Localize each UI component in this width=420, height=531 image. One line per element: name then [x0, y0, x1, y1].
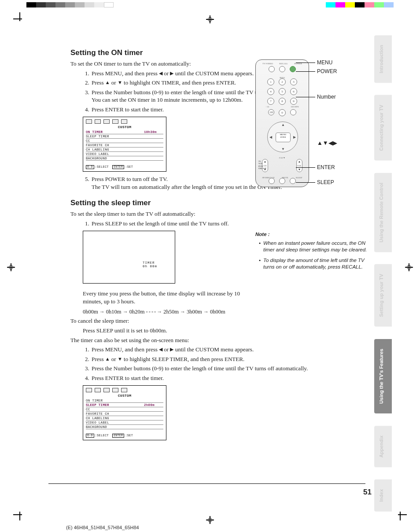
- page-number: 51: [363, 488, 372, 497]
- note-1: When an instant power failure occurs, th…: [259, 240, 370, 254]
- callout-number: Number: [317, 94, 336, 100]
- note-2: To display the amount of time left until…: [259, 257, 370, 271]
- remote-diagram: TV/VIDEO RECALL POWER INFO 123 456 789 +…: [255, 59, 370, 192]
- osm-step-3: Press the Number buttons (0-9) to enter …: [91, 365, 352, 372]
- tab-remote: Using the Remote Control: [374, 173, 392, 252]
- tab-connecting: Connecting your TV: [374, 95, 392, 161]
- tab-index: Index: [374, 479, 392, 512]
- osd1-title: CUSTOM: [83, 125, 166, 130]
- sleep-button-icon: [290, 178, 296, 184]
- callout-enter: ENTER: [317, 164, 335, 170]
- osm-step-2: Press ▲ or ▼ to highlight SLEEP TIMER, a…: [91, 355, 352, 363]
- osm-step-4: Press ENTER to start the timer.: [91, 374, 352, 382]
- heading-on-timer: Setting the ON timer: [70, 48, 352, 57]
- osd-on-timer: CUSTOM ON TIMER10h30m SLEEP TIMER CC FAV…: [83, 117, 166, 172]
- sleep-sequence: 0h00m → 0h10m → 0h20m ----→ 2h50m → 3h00…: [83, 308, 352, 316]
- note-block: Note : When an instant power failure occ…: [255, 231, 370, 271]
- osd-sleep-timer: CUSTOM ON TIMER SLEEP TIMER2h00m CC FAVO…: [83, 385, 166, 440]
- cancel-step: Press SLEEP until it is set to 0h00m.: [83, 327, 352, 335]
- tab-setting-up: Setting up your TV: [374, 264, 392, 327]
- osd2-title: CUSTOM: [83, 393, 166, 398]
- registration-mark-bottom: [206, 516, 214, 524]
- osd-timer-box: TIMER0h 00m: [83, 231, 175, 284]
- osm-intro: The timer can also be set using the on-s…: [70, 336, 352, 344]
- tab-appendix: Appendix: [374, 426, 392, 467]
- callout-sleep: SLEEP: [317, 179, 334, 185]
- tab-features: Using the TV's Features: [374, 339, 392, 413]
- section-tabs: Introduction Connecting your TV Using th…: [374, 35, 392, 512]
- note-heading: Note :: [255, 231, 370, 238]
- registration-mark-right: [405, 263, 413, 271]
- registration-mark-left: [7, 263, 15, 271]
- cancel-intro: To cancel the sleep timer:: [70, 317, 352, 325]
- crop-bottom-right: [394, 514, 407, 527]
- tab-introduction: Introduction: [374, 35, 392, 83]
- dpad-icon: ▲ ▼ ◀ ▶ MENUENTER: [267, 122, 298, 152]
- power-button-icon: [290, 66, 296, 72]
- osm-step-1: Press MENU, and then press ◀ or ▶ until …: [91, 346, 352, 354]
- print-color-bar: [0, 2, 420, 7]
- callout-arrows: ▲▼◀▶: [317, 140, 337, 146]
- registration-mark-top: [206, 15, 214, 23]
- crop-top-left: [13, 12, 26, 26]
- callout-menu: MENU: [317, 59, 332, 66]
- crop-bottom-left: [13, 514, 26, 527]
- footer-rule: [48, 483, 365, 484]
- footer-model: (E) 46H84_51H84_57H84_65H84: [66, 525, 139, 530]
- sleep-after-box: Every time you press the button, the tim…: [83, 290, 246, 305]
- callout-power: POWER: [317, 68, 337, 74]
